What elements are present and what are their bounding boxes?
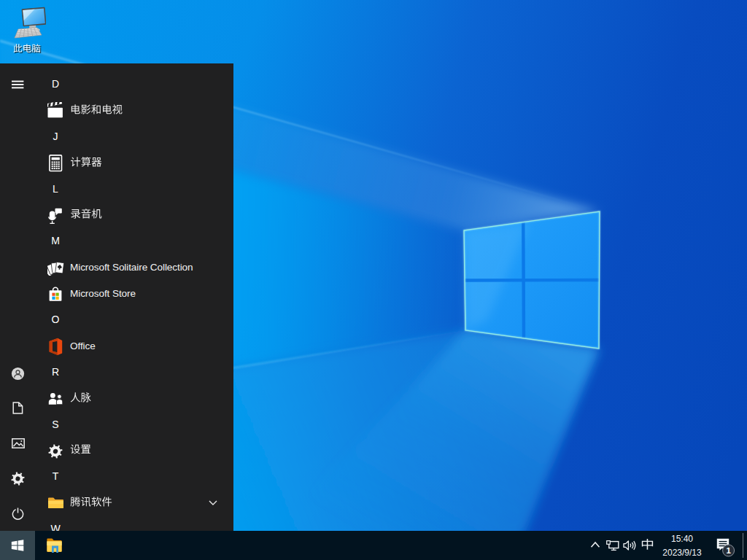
svg-text:1: 1 xyxy=(726,546,731,555)
